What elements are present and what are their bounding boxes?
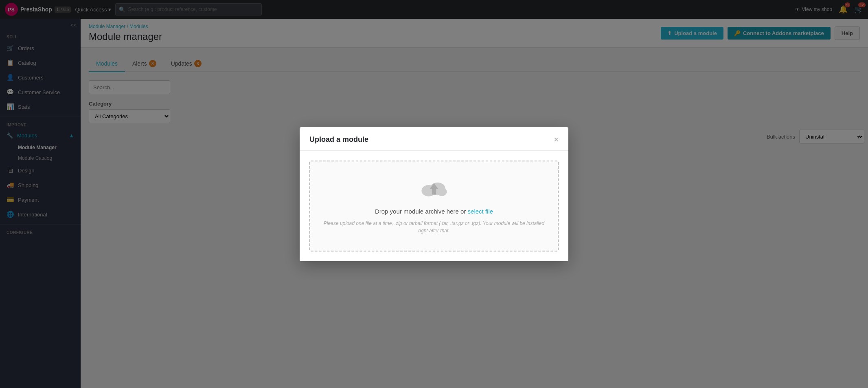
modal-overlay[interactable]: Upload a module × Drop your module archi…	[0, 0, 868, 388]
modal-title: Upload a module	[309, 135, 368, 144]
drop-text: Drop your module archive here or select …	[318, 208, 550, 215]
drop-hint: Please upload one file at a time, .zip o…	[318, 220, 550, 234]
modal-body: Drop your module archive here or select …	[300, 151, 568, 261]
select-file-link[interactable]: select file	[468, 208, 493, 215]
upload-modal: Upload a module × Drop your module archi…	[300, 127, 568, 261]
cloud-upload-icon	[420, 178, 448, 200]
svg-point-4	[437, 187, 447, 196]
drop-zone[interactable]: Drop your module archive here or select …	[309, 161, 559, 251]
modal-header: Upload a module ×	[300, 127, 568, 151]
modal-close-button[interactable]: ×	[554, 135, 559, 143]
